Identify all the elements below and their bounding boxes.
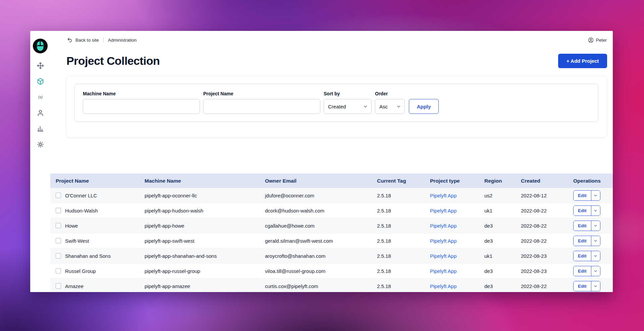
sidebar-item-functions[interactable]: (x)	[33, 89, 48, 105]
project-type-link[interactable]: Pipelyft App	[430, 223, 457, 229]
machine-name-cell: pipelyft-app-amazee	[145, 279, 265, 292]
sidebar-item-move[interactable]	[33, 58, 48, 74]
sort-by-select[interactable]: Created	[324, 99, 372, 114]
region-cell: de3	[484, 279, 521, 292]
current-tag-cell: 2.5.18	[377, 279, 430, 292]
apply-button[interactable]: Apply	[409, 99, 439, 114]
row-checkbox[interactable]	[56, 253, 61, 258]
machine-name-input[interactable]	[83, 99, 200, 114]
app-logo[interactable]	[33, 38, 48, 54]
move-icon	[37, 62, 44, 69]
sidebar-item-settings[interactable]	[33, 137, 48, 152]
row-checkbox[interactable]	[56, 238, 61, 243]
edit-button[interactable]: Edit	[574, 206, 591, 216]
row-checkbox[interactable]	[56, 283, 61, 289]
project-name-input[interactable]	[203, 99, 320, 114]
desktop-background: (x) Back to site	[0, 0, 644, 331]
owner-email-cell: cgallahue@howe.com	[265, 218, 377, 233]
sidebar: (x)	[30, 31, 50, 292]
owner-email-cell: aroycrofto@shanahan.com	[265, 248, 377, 264]
row-checkbox[interactable]	[56, 193, 61, 198]
project-type-link[interactable]: Pipelyft App	[430, 253, 457, 259]
project-name-cell: Howe	[65, 223, 78, 229]
edit-button[interactable]: Edit	[574, 251, 591, 261]
owner-email-cell: jdufore@oconner.com	[265, 188, 377, 203]
created-cell: 2022-08-22	[521, 218, 573, 233]
breadcrumb-divider	[103, 37, 104, 43]
machine-name-cell: pipelyft-app-howe	[145, 218, 265, 233]
project-name-cell: Swift-West	[65, 238, 89, 244]
settings-icon	[37, 141, 44, 148]
column-header-created: Created	[521, 174, 573, 188]
table-row: Swift-West pipelyft-app-swift-west geral…	[50, 233, 613, 248]
column-header-operations: Operations	[573, 174, 613, 188]
sort-by-value: Created	[328, 104, 346, 109]
order-select[interactable]: Asc	[375, 99, 405, 114]
project-type-link[interactable]: Pipelyft App	[430, 283, 457, 289]
edit-dropdown-button[interactable]	[591, 191, 600, 200]
project-type-link[interactable]: Pipelyft App	[430, 208, 457, 214]
project-type-link[interactable]: Pipelyft App	[430, 193, 457, 198]
edit-button[interactable]: Edit	[574, 266, 591, 276]
topbar: Back to site Administration Peter	[50, 31, 613, 49]
current-tag-cell: 2.5.18	[377, 264, 430, 279]
table-row: Amazee pipelyft-app-amazee curtis.cox@pi…	[50, 279, 613, 292]
region-cell: de3	[484, 233, 521, 248]
filter-card: Machine Name Project Name Sort by Create…	[66, 76, 607, 138]
project-name-cell: Shanahan and Sons	[65, 253, 111, 259]
page-title: Project Collection	[66, 54, 160, 67]
column-header-project-name: Project Name	[50, 174, 145, 188]
edit-split-button: Edit	[573, 251, 600, 261]
breadcrumb-administration[interactable]: Administration	[108, 38, 137, 43]
order-value: Asc	[379, 104, 388, 109]
sidebar-item-analytics[interactable]	[33, 121, 48, 137]
region-cell: us2	[484, 188, 521, 203]
edit-button[interactable]: Edit	[574, 191, 591, 200]
chart-icon	[37, 125, 44, 132]
add-project-button[interactable]: + Add Project	[558, 54, 607, 68]
created-cell: 2022-08-22	[521, 233, 573, 248]
sidebar-item-users[interactable]	[33, 105, 48, 121]
chevron-down-icon	[593, 224, 598, 228]
edit-dropdown-button[interactable]	[591, 206, 600, 216]
machine-name-cell: pipelyft-app-russel-group	[145, 264, 265, 279]
column-header-project-type: Project type	[430, 174, 484, 188]
edit-split-button: Edit	[573, 221, 600, 231]
owner-email-cell: dcork@hudson-walsh.com	[265, 203, 377, 218]
current-tag-cell: 2.5.18	[377, 188, 430, 203]
back-to-site-link[interactable]: Back to site	[75, 38, 99, 43]
back-arrow-icon	[67, 37, 72, 43]
chevron-down-icon	[363, 104, 368, 109]
owner-email-cell: curtis.cox@pipelyft.com	[265, 279, 377, 292]
table-row: Shanahan and Sons pipelyft-app-shanahan-…	[50, 248, 613, 264]
project-name-cell: Russel Group	[65, 268, 96, 274]
edit-dropdown-button[interactable]	[591, 251, 600, 261]
sidebar-nav: (x)	[33, 58, 48, 152]
filter-section: Machine Name Project Name Sort by Create…	[50, 76, 613, 138]
project-type-link[interactable]: Pipelyft App	[430, 238, 457, 244]
edit-split-button: Edit	[573, 236, 600, 246]
edit-button[interactable]: Edit	[574, 221, 591, 231]
row-checkbox[interactable]	[56, 208, 61, 213]
app-window: (x) Back to site	[30, 31, 613, 292]
owner-email-cell: gerald.silman@swift-west.com	[265, 233, 377, 248]
row-checkbox[interactable]	[56, 223, 61, 228]
user-name: Peter	[596, 38, 607, 43]
edit-dropdown-button[interactable]	[591, 236, 600, 246]
edit-dropdown-button[interactable]	[591, 266, 600, 276]
function-icon: (x)	[37, 94, 44, 101]
row-checkbox[interactable]	[56, 268, 61, 274]
edit-button[interactable]: Edit	[574, 281, 591, 291]
filter-box: Machine Name Project Name Sort by Create…	[74, 84, 598, 122]
machine-name-label: Machine Name	[83, 91, 200, 96]
project-type-link[interactable]: Pipelyft App	[430, 268, 457, 274]
current-tag-cell: 2.5.18	[377, 203, 430, 218]
edit-dropdown-button[interactable]	[591, 281, 600, 291]
machine-name-cell: pipelyft-app-hudson-walsh	[145, 203, 265, 218]
sidebar-item-projects[interactable]	[33, 74, 48, 89]
edit-button[interactable]: Edit	[574, 236, 591, 246]
chevron-down-icon	[593, 239, 598, 243]
edit-split-button: Edit	[573, 266, 600, 276]
edit-dropdown-button[interactable]	[591, 221, 600, 231]
user-menu[interactable]: Peter	[588, 37, 607, 43]
